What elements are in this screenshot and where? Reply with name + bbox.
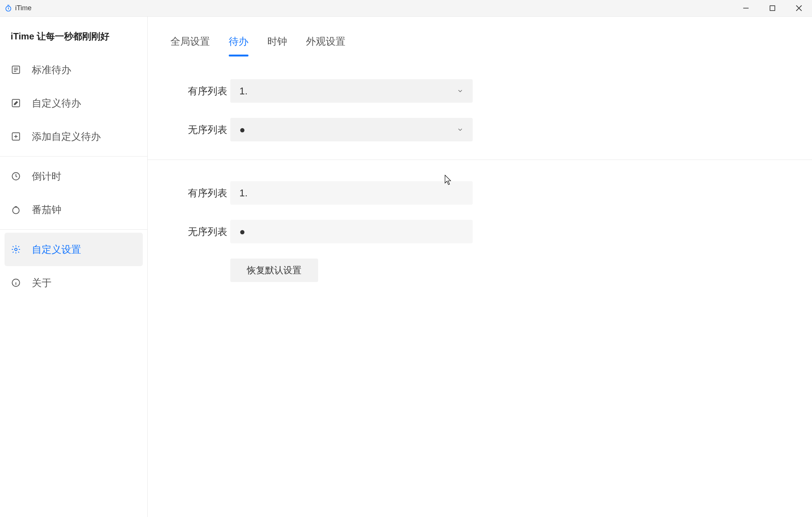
list-check-icon (11, 64, 21, 75)
display-value: ● (239, 226, 245, 238)
sidebar-item-pomodoro[interactable]: 番茄钟 (0, 193, 147, 226)
form-row-unordered-2: 无序列表 ● (170, 220, 789, 243)
window-controls (732, 0, 812, 17)
info-icon (11, 277, 21, 288)
tabs: 全局设置 待办 时钟 外观设置 (148, 17, 812, 56)
ordered-list-select[interactable]: 1. (230, 79, 473, 103)
app-title: iTime (15, 4, 31, 12)
settings-content: 有序列表 1. 无序列表 ● (148, 56, 812, 282)
sidebar-item-label: 标准待办 (32, 63, 71, 77)
tab-clock[interactable]: 时钟 (267, 35, 287, 56)
svg-point-10 (15, 248, 17, 251)
close-button[interactable] (785, 0, 812, 17)
unordered-list-display: ● (230, 220, 473, 243)
sidebar-divider (0, 229, 147, 230)
sidebar-item-custom-todo[interactable]: 自定义待办 (0, 86, 147, 120)
sidebar-item-add-custom-todo[interactable]: 添加自定义待办 (0, 120, 147, 153)
reset-defaults-button[interactable]: 恢复默认设置 (230, 258, 318, 282)
tab-todo[interactable]: 待办 (229, 35, 248, 56)
select-value: 1. (239, 85, 248, 97)
unordered-list-select[interactable]: ● (230, 118, 473, 141)
sidebar-item-label: 自定义待办 (32, 97, 81, 110)
maximize-button[interactable] (759, 0, 785, 17)
display-value: 1. (239, 187, 248, 199)
chevron-down-icon (457, 88, 464, 94)
form-row-ordered-1: 有序列表 1. (170, 79, 789, 103)
sidebar-item-standard-todo[interactable]: 标准待办 (0, 53, 147, 86)
tab-global-settings[interactable]: 全局设置 (170, 35, 210, 56)
form-row-unordered-1: 无序列表 ● (170, 118, 789, 141)
sidebar-item-label: 番茄钟 (32, 203, 61, 216)
svg-point-9 (12, 207, 19, 214)
plus-square-icon (11, 131, 21, 142)
form-label: 有序列表 (170, 85, 227, 98)
sidebar-item-custom-settings[interactable]: 自定义设置 (5, 233, 143, 266)
sidebar-item-about[interactable]: 关于 (0, 266, 147, 299)
clock-icon (11, 171, 21, 182)
svg-rect-2 (770, 6, 775, 11)
ordered-list-display: 1. (230, 181, 473, 205)
titlebar: iTime (0, 0, 812, 17)
form-row-ordered-2: 有序列表 1. (170, 181, 789, 205)
gear-icon (11, 244, 21, 255)
main-area: 全局设置 待办 时钟 外观设置 有序列表 1. 无序列表 (148, 17, 812, 517)
chevron-down-icon (457, 126, 464, 133)
sidebar-item-label: 关于 (32, 276, 52, 290)
edit-square-icon (11, 98, 21, 108)
tomato-icon (11, 204, 21, 215)
sidebar-item-label: 添加自定义待办 (32, 130, 101, 143)
sidebar-item-label: 自定义设置 (32, 243, 81, 256)
tab-appearance[interactable]: 外观设置 (306, 35, 345, 56)
section-divider (148, 160, 812, 160)
sidebar-item-countdown[interactable]: 倒计时 (0, 160, 147, 193)
form-label: 有序列表 (170, 186, 227, 200)
sidebar-item-label: 倒计时 (32, 170, 61, 183)
sidebar-divider (0, 156, 147, 157)
sidebar: iTime 让每一秒都刚刚好 标准待办 自定义待办 (0, 17, 148, 517)
minimize-button[interactable] (732, 0, 759, 17)
titlebar-left: iTime (5, 4, 31, 12)
sidebar-header: iTime 让每一秒都刚刚好 (0, 26, 147, 53)
form-label: 无序列表 (170, 123, 227, 136)
form-label: 无序列表 (170, 225, 227, 238)
select-value: ● (239, 124, 245, 136)
app-icon (5, 5, 12, 12)
